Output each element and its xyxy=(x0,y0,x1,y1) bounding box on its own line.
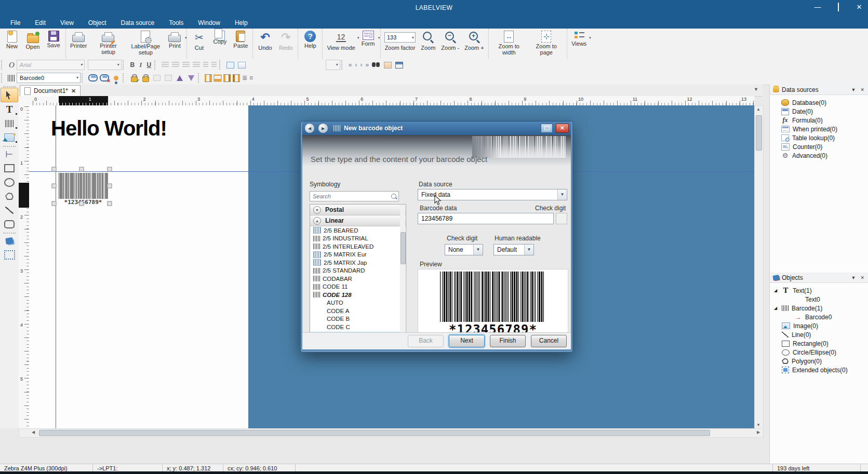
toolbar-button[interactable]: Views xyxy=(569,30,590,58)
rotate-right-icon[interactable] xyxy=(186,74,196,82)
last-record-icon[interactable]: » xyxy=(366,61,369,69)
forward-nav-icon[interactable]: ▶ xyxy=(318,123,328,133)
tool-text[interactable] xyxy=(1,103,18,116)
tool-line[interactable] xyxy=(1,204,18,217)
toolbar-button[interactable]: Zoom - xyxy=(438,30,462,58)
tool-barcode[interactable] xyxy=(1,117,18,130)
rotate-left-icon[interactable] xyxy=(175,74,184,82)
maximize-button[interactable] xyxy=(834,3,843,11)
tool-image[interactable] xyxy=(1,131,18,144)
symbology-scroll-thumb[interactable] xyxy=(400,232,406,264)
panel-menu-icon[interactable]: ▼ xyxy=(850,87,857,92)
toolbar-button[interactable]: Printer setup xyxy=(89,30,127,58)
font-family-combo[interactable]: Arial xyxy=(17,60,85,70)
toolbar-button[interactable]: Cut xyxy=(189,30,209,58)
symbology-item[interactable]: CODE 11 xyxy=(310,283,406,291)
symbology-item[interactable]: 2/5 MATRIX Jap xyxy=(310,259,406,267)
data-source-item[interactable]: When printed(0) xyxy=(770,125,868,133)
tool-external-object[interactable] xyxy=(1,234,18,248)
scroll-down-icon[interactable]: ▼ xyxy=(755,422,762,429)
barcode-data-value[interactable] xyxy=(418,213,553,224)
toolbar-button[interactable]: Undo xyxy=(255,30,275,58)
insert-field-icon[interactable] xyxy=(237,61,247,69)
object-selector-combo[interactable]: Barcode0 xyxy=(17,73,81,83)
align-right-icon[interactable] xyxy=(182,62,190,68)
symbology-item[interactable]: 2/5 MATRIX Eur xyxy=(310,251,406,259)
tool-rounded-rectangle[interactable] xyxy=(1,218,18,231)
object-tree-item[interactable]: Barcode(1) xyxy=(770,304,868,313)
toolbar-button[interactable]: Zoom to width xyxy=(490,30,528,58)
lock-object-icon[interactable] xyxy=(129,74,139,82)
first-record-icon[interactable]: « xyxy=(349,61,352,69)
selection-handle[interactable] xyxy=(52,184,57,188)
dialog-button[interactable]: Next xyxy=(449,335,485,347)
selection-handle[interactable] xyxy=(79,167,84,172)
tool-marquee[interactable] xyxy=(1,248,18,262)
group-postal[interactable]: ▼ Postal xyxy=(310,205,406,215)
panel-close-icon[interactable]: ✕ xyxy=(859,87,865,92)
toolbar-button[interactable]: 133 Zoom factor xyxy=(382,30,418,58)
menu-item[interactable]: Edit xyxy=(28,18,53,28)
italic-button[interactable]: I xyxy=(137,61,145,69)
toolbar-button[interactable]: Zoom xyxy=(418,30,438,58)
unlock-object-icon[interactable] xyxy=(141,74,150,82)
symbology-item[interactable]: 2/5 INTERLEAVED xyxy=(310,242,406,251)
symbology-item[interactable]: 2/5 INDUSTRIAL xyxy=(310,235,406,243)
distribute-horizontal-icon[interactable] xyxy=(205,74,212,82)
object-tree-item[interactable]: Polygon(0) xyxy=(770,357,868,365)
form-view-icon[interactable] xyxy=(394,61,404,69)
barcode-data-input[interactable] xyxy=(418,213,554,224)
minimize-button[interactable]: — xyxy=(813,3,822,11)
tool-polygon[interactable] xyxy=(1,189,18,203)
underline-button[interactable]: U xyxy=(145,61,153,69)
horizontal-scrollbar[interactable]: ◀ ▶ xyxy=(19,428,764,438)
data-source-item[interactable]: Table lookup(0) xyxy=(770,133,868,142)
tool-ellipse[interactable] xyxy=(1,175,18,189)
selection-handle[interactable] xyxy=(79,201,84,206)
unlink-data-icon[interactable] xyxy=(100,74,109,82)
toolbar-button[interactable]: Help xyxy=(300,30,321,58)
symbology-list[interactable]: ▼ Postal ▲ Linear 2/5 BEARED xyxy=(310,204,406,337)
object-tree-item[interactable]: Text0 xyxy=(770,295,868,304)
panel-close-icon[interactable]: ✕ xyxy=(859,275,865,280)
line-spacing-icon[interactable] xyxy=(203,62,208,68)
menu-item[interactable]: Tools xyxy=(162,18,191,28)
symbology-item[interactable]: CODE 128 xyxy=(310,291,406,299)
symbology-item[interactable]: CODABAR xyxy=(310,275,406,283)
panel-menu-icon[interactable]: ▼ xyxy=(850,275,857,280)
back-nav-icon[interactable]: ◀ xyxy=(304,123,315,133)
chevron-down-icon[interactable]: ▼ xyxy=(313,206,321,214)
data-source-item[interactable]: Advanced(0) xyxy=(770,151,868,160)
char-spacing-icon[interactable] xyxy=(211,62,217,68)
vertical-guide-line[interactable] xyxy=(56,105,56,428)
dialog-button[interactable]: Cancel xyxy=(531,335,567,347)
data-source-item[interactable]: Counter(0) xyxy=(770,142,868,151)
symbology-item[interactable]: CODE B xyxy=(310,315,406,323)
align-center-icon[interactable] xyxy=(172,62,179,68)
symbology-item[interactable]: CODE C xyxy=(310,323,406,331)
selection-handle[interactable] xyxy=(52,201,57,206)
tool-rectangle[interactable] xyxy=(1,161,18,175)
toolbar-grip[interactable] xyxy=(1,60,5,70)
record-combo[interactable] xyxy=(326,60,340,70)
toolbar-grip[interactable] xyxy=(1,73,5,83)
previous-record-icon[interactable]: ‹ xyxy=(355,61,357,69)
selection-handle[interactable] xyxy=(52,167,57,172)
text-object-hello-world[interactable]: Hello World! xyxy=(51,117,167,140)
toolbar-button[interactable]: Paste xyxy=(230,30,251,58)
symbology-search[interactable] xyxy=(310,191,399,201)
user-permissions-icon[interactable] xyxy=(111,74,121,82)
symbology-item[interactable]: 2/5 STANDARD xyxy=(310,267,406,275)
selection-handle[interactable] xyxy=(108,201,112,206)
ungroup-icon[interactable] xyxy=(164,74,173,82)
object-tree-item[interactable]: Image(0) xyxy=(770,321,868,330)
toolbar-button[interactable]: Zoom + xyxy=(462,30,487,58)
menu-item[interactable]: File xyxy=(3,18,28,28)
zoom-factor-combo[interactable]: 133 xyxy=(384,32,416,43)
scroll-up-icon[interactable]: ▲ xyxy=(755,106,762,113)
object-tree-item[interactable]: Barcode0 xyxy=(770,313,868,321)
toolbar-button[interactable]: Form xyxy=(358,30,379,58)
check-digit-combo[interactable]: None ▼ xyxy=(445,244,483,255)
close-button[interactable]: ✕ xyxy=(854,3,864,11)
align-justify-icon[interactable] xyxy=(193,62,200,68)
